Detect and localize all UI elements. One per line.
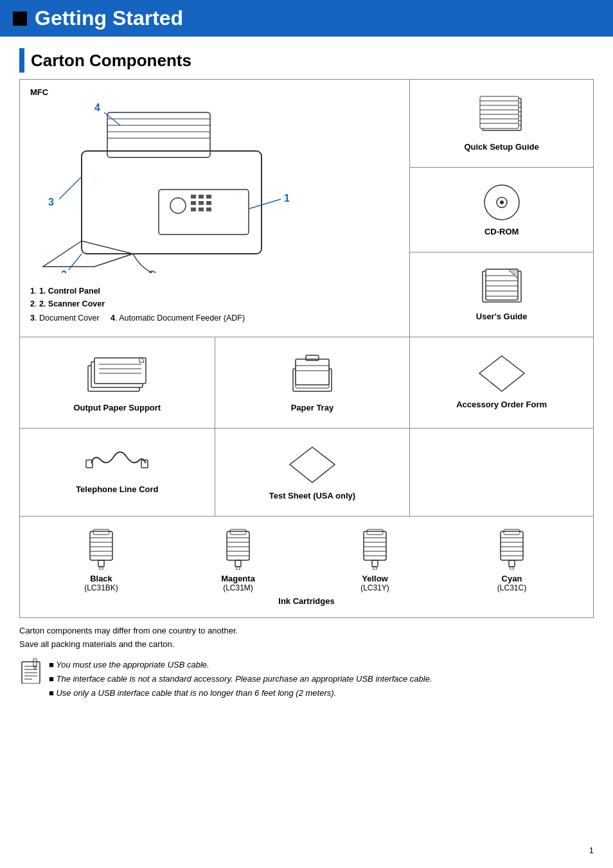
note-line-1: Carton components may differ from one co… — [19, 624, 594, 638]
note-bullet-1: You must use the appropriate USB cable. — [49, 658, 432, 672]
ink-magenta: Magenta (LC31M) — [217, 528, 259, 592]
notes-section: Carton components may differ from one co… — [19, 624, 594, 651]
svg-rect-9 — [199, 195, 204, 199]
ink-black: Black (LC31BK) — [80, 528, 122, 592]
users-guide-label: User's Guide — [476, 312, 528, 321]
page-title: Getting Started — [35, 6, 183, 30]
telephone-line-cord-item: Telephone Line Cord — [29, 435, 206, 503]
accessory-order-form-cell: Accessory Order Form — [410, 337, 594, 429]
cdrom-label: CD-ROM — [484, 227, 519, 236]
cdrom-icon — [483, 183, 521, 222]
quick-setup-guide-label: Quick Setup Guide — [464, 142, 538, 152]
carton-table: MFC — [19, 79, 594, 618]
svg-rect-10 — [206, 195, 211, 199]
output-paper-support-cell: Output Paper Support — [20, 337, 215, 429]
ink-black-icon — [80, 528, 122, 570]
header-bar: Getting Started — [0, 0, 613, 37]
test-sheet-bold: Test Sheet — [269, 491, 311, 500]
table-row-components-2: Telephone Line Cord Test Sheet (USA only… — [20, 429, 594, 517]
note-bullet-3: Use only a USB interface cable that is n… — [49, 686, 432, 700]
output-paper-support-label: Output Paper Support — [73, 403, 161, 412]
accessory-order-form-label: Accessory Order Form — [456, 400, 547, 409]
ink-black-code: (LC31BK) — [84, 583, 118, 592]
users-guide-item: User's Guide — [419, 259, 584, 330]
cdrom-item: CD-ROM — [419, 174, 584, 245]
accessory-order-form-item: Accessory Order Form — [419, 344, 584, 418]
svg-point-42 — [500, 200, 504, 204]
svg-rect-98 — [509, 560, 515, 567]
svg-rect-52 — [94, 358, 146, 384]
ink-cartridges-label: Ink Cartridges — [33, 595, 580, 611]
svg-rect-80 — [235, 560, 241, 567]
header-square-icon — [13, 12, 27, 26]
note-icon — [19, 658, 42, 684]
test-sheet-item: Test Sheet (USA only) — [224, 435, 401, 509]
caption-2-desc: 2. Scanner Cover — [39, 299, 105, 308]
svg-rect-83 — [367, 529, 383, 535]
section-title-bar: Carton Components — [19, 48, 594, 73]
svg-rect-71 — [98, 560, 104, 567]
ink-cartridges-cell: Black (LC31BK) — [20, 517, 594, 618]
output-paper-support-icon — [85, 353, 149, 398]
svg-rect-8 — [191, 195, 196, 199]
svg-rect-16 — [206, 208, 211, 211]
svg-rect-11 — [191, 201, 196, 205]
svg-rect-12 — [199, 201, 204, 205]
svg-rect-58 — [296, 359, 329, 385]
svg-rect-74 — [230, 529, 246, 535]
ink-cyan-code: (LC31C) — [497, 583, 526, 592]
ink-magenta-icon — [217, 528, 259, 570]
ink-cyan: Cyan (LC31C) — [491, 528, 533, 592]
ink-black-name: Black — [90, 574, 112, 583]
notepad-icon — [19, 658, 42, 684]
svg-text:1: 1 — [284, 193, 290, 204]
caption-1-desc: 1. Control Panel — [39, 287, 100, 296]
empty-cell — [410, 429, 594, 517]
svg-point-7 — [170, 198, 186, 213]
test-sheet-cell: Test Sheet (USA only) — [215, 429, 410, 517]
table-row-components-1: Output Paper Support Paper Tray — [20, 337, 594, 429]
svg-rect-0 — [82, 151, 262, 254]
note-line-2: Save all packing materials and the carto… — [19, 638, 594, 651]
svg-rect-92 — [504, 529, 520, 535]
mfc-captions: 1. 1. Control Panel 2. 2. Scanner Cover … — [30, 285, 399, 324]
table-row-mfc: MFC — [20, 80, 594, 168]
paper-tray-item: Paper Tray — [224, 344, 401, 421]
svg-rect-89 — [372, 560, 378, 567]
paper-tray-label: Paper Tray — [291, 403, 334, 412]
mfc-label: MFC — [30, 87, 399, 97]
quick-setup-guide-icon — [476, 95, 528, 137]
ink-cyan-name: Cyan — [502, 574, 522, 583]
svg-rect-15 — [199, 208, 204, 211]
ink-yellow-code: (LC31Y) — [360, 583, 389, 592]
paper-tray-icon — [287, 353, 338, 398]
svg-text:4: 4 — [94, 102, 100, 113]
section-accent — [19, 48, 24, 73]
quick-setup-guide-cell: Quick Setup Guide — [410, 80, 594, 168]
ink-magenta-code: (LC31M) — [223, 583, 253, 592]
accessory-order-form-icon — [476, 353, 528, 394]
output-paper-support-item: Output Paper Support — [29, 344, 206, 421]
svg-rect-13 — [206, 201, 211, 205]
svg-rect-14 — [191, 208, 196, 211]
ink-magenta-name: Magenta — [221, 574, 255, 583]
caption-4-num: 4 — [111, 314, 115, 323]
telephone-cord-icon — [85, 444, 149, 479]
page-number: 1 — [589, 846, 594, 855]
mfc-svg: 1 2 3 4 — [30, 100, 351, 273]
ink-cartridges-row: Black (LC31BK) — [33, 523, 580, 595]
svg-line-18 — [249, 199, 281, 209]
svg-line-22 — [59, 177, 82, 199]
ink-yellow-name: Yellow — [362, 574, 387, 583]
svg-rect-106 — [33, 659, 37, 666]
test-sheet-icon — [287, 444, 338, 486]
test-sheet-sub: (USA only) — [311, 491, 356, 500]
telephone-line-cord-cell: Telephone Line Cord — [20, 429, 215, 517]
ink-yellow-icon — [354, 528, 396, 570]
svg-text:3: 3 — [48, 197, 54, 208]
test-sheet-label: Test Sheet (USA only) — [269, 491, 355, 500]
users-guide-cell: User's Guide — [410, 252, 594, 337]
svg-text:2: 2 — [61, 269, 67, 273]
users-guide-icon — [479, 268, 524, 306]
svg-rect-65 — [93, 529, 109, 535]
